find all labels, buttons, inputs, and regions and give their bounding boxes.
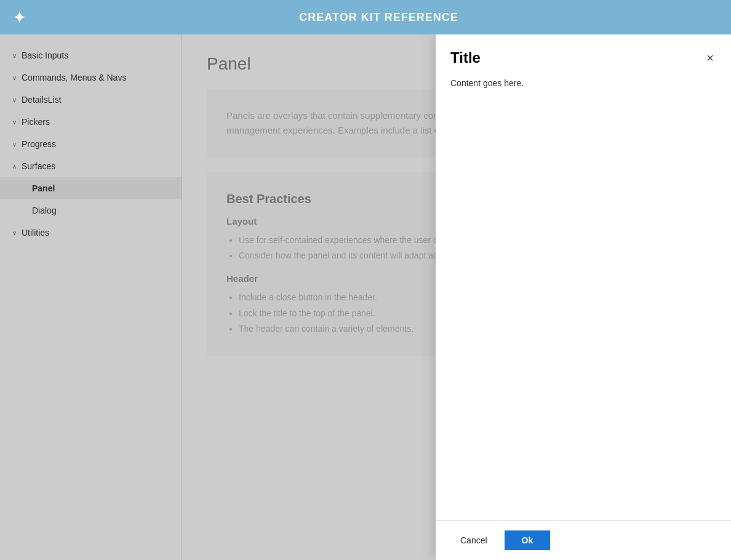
logo-icon: ✦ xyxy=(12,7,26,28)
dialog-content-text: Content goes here. xyxy=(450,76,716,90)
ok-button[interactable]: Ok xyxy=(505,530,551,550)
app-title: CREATOR KIT REFERENCE xyxy=(39,11,719,24)
dialog-title: Title xyxy=(450,49,481,66)
close-button[interactable]: × xyxy=(704,49,716,66)
dialog-header: Title × xyxy=(436,34,731,76)
dialog-panel: Title × Content goes here. Cancel Ok xyxy=(436,34,731,560)
main-layout: ∨ Basic Inputs ∨ Commands, Menus & Navs … xyxy=(0,34,731,560)
top-bar: ✦ CREATOR KIT REFERENCE xyxy=(0,0,731,34)
dialog-body: Content goes here. xyxy=(436,76,731,520)
dialog-footer: Cancel Ok xyxy=(436,520,731,560)
cancel-button[interactable]: Cancel xyxy=(450,530,497,550)
